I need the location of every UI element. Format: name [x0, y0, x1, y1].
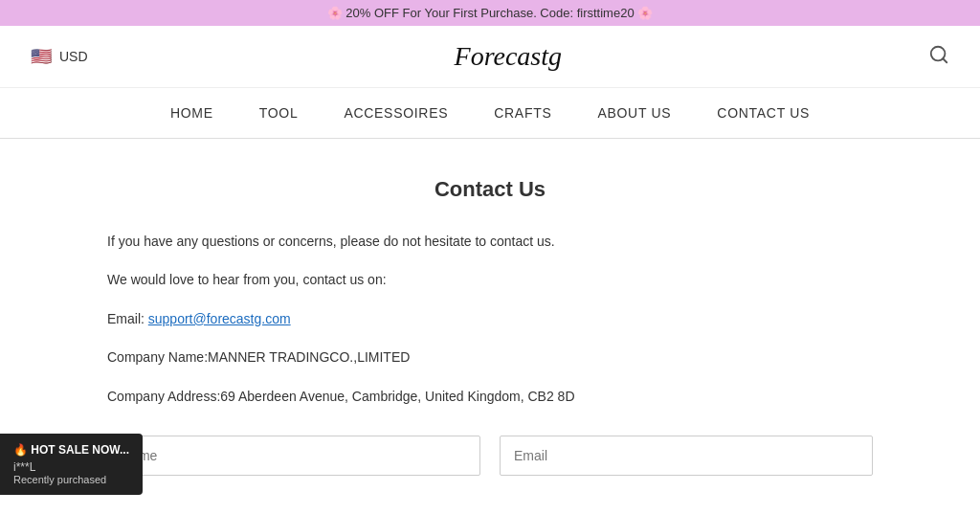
hot-sale-popup: 🔥 HOT SALE NOW... i***L Recently purchas…: [0, 434, 143, 495]
company-name-line: Company Name:MANNER TRADINGCO.,LIMITED: [107, 346, 873, 368]
header-left: 🇺🇸 USD: [31, 46, 88, 67]
nav-item-contact[interactable]: CONTACT US: [717, 105, 810, 121]
hot-sale-user: i***L: [13, 460, 129, 474]
currency-label[interactable]: USD: [59, 49, 88, 64]
svg-line-1: [943, 58, 947, 62]
main-content: Contact Us If you have any questions or …: [31, 139, 949, 514]
nav-item-about[interactable]: ABOUT US: [597, 105, 671, 121]
hot-sale-title: 🔥 HOT SALE NOW...: [13, 443, 129, 457]
email-link[interactable]: support@forecastg.com: [148, 311, 291, 326]
search-icon[interactable]: [928, 44, 949, 70]
email-label: Email:: [107, 311, 145, 326]
company-name-label: Company Name:: [107, 349, 208, 365]
nav-item-accessoires[interactable]: ACCESSOIRES: [344, 105, 448, 121]
main-nav: HOME TOOL ACCESSOIRES CRAFTS ABOUT US CO…: [0, 88, 980, 139]
email-input[interactable]: [500, 436, 873, 476]
contact-form-fields: [107, 436, 873, 476]
flag-icon: 🇺🇸: [31, 46, 52, 67]
contact-love-text: We would love to hear from you, contact …: [107, 269, 873, 290]
name-input[interactable]: [107, 436, 480, 476]
hot-sale-purchased: Recently purchased: [13, 474, 129, 485]
header: 🇺🇸 USD Forecastg: [0, 26, 980, 88]
contact-email-line: Email: support@forecastg.com: [107, 308, 873, 329]
company-name-value: MANNER TRADINGCO.,LIMITED: [208, 349, 410, 365]
company-address-label: Company Address:: [107, 389, 220, 404]
nav-item-tool[interactable]: TOOL: [259, 105, 299, 121]
company-address-line: Company Address:69 Aberdeen Avenue, Camb…: [107, 386, 873, 407]
nav-item-home[interactable]: HOME: [170, 105, 213, 121]
contact-intro: If you have any questions or concerns, p…: [107, 231, 873, 252]
contact-page-title: Contact Us: [107, 177, 873, 202]
site-logo[interactable]: Forecastg: [455, 41, 563, 72]
banner-text: 🌸 20% OFF For Your First Purchase. Code:…: [327, 6, 654, 20]
top-banner: 🌸 20% OFF For Your First Purchase. Code:…: [0, 0, 980, 26]
company-address-value: 69 Aberdeen Avenue, Cambridge, United Ki…: [220, 389, 574, 404]
nav-item-crafts[interactable]: CRAFTS: [494, 105, 551, 121]
